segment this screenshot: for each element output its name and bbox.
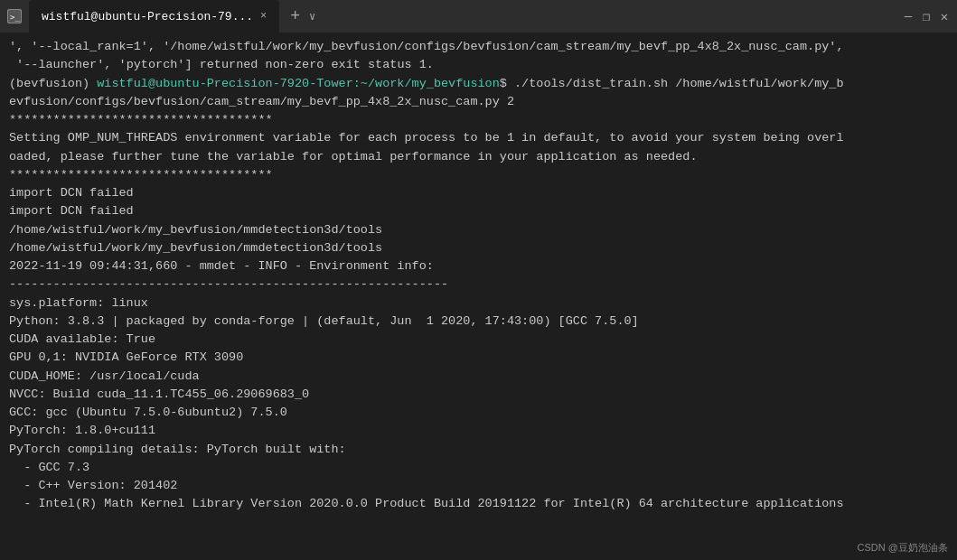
tab-bar: wistful@ubuntu-Precision-79... × + ∨	[29, 0, 903, 33]
terminal-line: import DCN failed	[9, 202, 948, 220]
watermark: CSDN @豆奶泡油条	[858, 541, 948, 555]
terminal-line: oaded, please further tune the variable …	[9, 148, 948, 166]
terminal-window: >_ wistful@ubuntu-Precision-79... × + ∨ …	[0, 0, 957, 560]
tab-close-button[interactable]: ×	[260, 10, 267, 23]
terminal-line: PyTorch: 1.8.0+cu111	[9, 422, 948, 440]
terminal-line: ', '--local_rank=1', '/home/wistful/work…	[9, 38, 948, 56]
terminal-line: - C++ Version: 201402	[9, 477, 948, 495]
terminal-line: import DCN failed	[9, 184, 948, 202]
titlebar: >_ wistful@ubuntu-Precision-79... × + ∨ …	[0, 0, 957, 33]
restore-button[interactable]: ❐	[921, 11, 932, 22]
close-button[interactable]: ✕	[939, 11, 950, 22]
terminal-line: - Intel(R) Math Kernel Library Version 2…	[9, 495, 948, 513]
terminal-line: NVCC: Build cuda_11.1.TC455_06.29069683_…	[9, 386, 948, 404]
window-controls: — ❐ ✕	[903, 11, 950, 22]
terminal-line: CUDA available: True	[9, 331, 948, 349]
terminal-line: sys.platform: linux	[9, 294, 948, 313]
terminal-line: ************************************	[9, 111, 948, 129]
terminal-line: CUDA_HOME: /usr/local/cuda	[9, 368, 948, 386]
terminal-line: /home/wistful/work/my_bevfusion/mmdetect…	[9, 239, 948, 257]
terminal-line: 2022-11-19 09:44:31,660 - mmdet - INFO -…	[9, 257, 948, 275]
svg-text:>_: >_	[10, 13, 20, 22]
terminal-line: ************************************	[9, 166, 948, 184]
terminal-line: GPU 0,1: NVIDIA GeForce RTX 3090	[9, 349, 948, 367]
terminal-line: Python: 3.8.3 | packaged by conda-forge …	[9, 313, 948, 331]
active-tab[interactable]: wistful@ubuntu-Precision-79... ×	[29, 0, 279, 33]
terminal-line: PyTorch compiling details: PyTorch built…	[9, 441, 948, 459]
new-tab-button[interactable]: +	[285, 7, 305, 25]
tab-dropdown-button[interactable]: ∨	[309, 10, 315, 23]
minimize-button[interactable]: —	[903, 11, 914, 22]
terminal-line: '--launcher', 'pytorch'] returned non-ze…	[9, 56, 948, 74]
terminal-line: (bevfusion) wistful@ubuntu-Precision-792…	[9, 75, 948, 93]
terminal-line: /home/wistful/work/my_bevfusion/mmdetect…	[9, 221, 948, 239]
terminal-output[interactable]: ', '--local_rank=1', '/home/wistful/work…	[0, 33, 957, 560]
tab-label: wistful@ubuntu-Precision-79...	[42, 10, 253, 23]
terminal-line: evfusion/configs/bevfusion/cam_stream/my…	[9, 93, 948, 111]
terminal-line: ----------------------------------------…	[9, 275, 948, 294]
terminal-line: - GCC 7.3	[9, 459, 948, 477]
terminal-line: GCC: gcc (Ubuntu 7.5.0-6ubuntu2) 7.5.0	[9, 404, 948, 422]
app-icon: >_	[7, 9, 22, 23]
terminal-line: Setting OMP_NUM_THREADS environment vari…	[9, 129, 948, 147]
